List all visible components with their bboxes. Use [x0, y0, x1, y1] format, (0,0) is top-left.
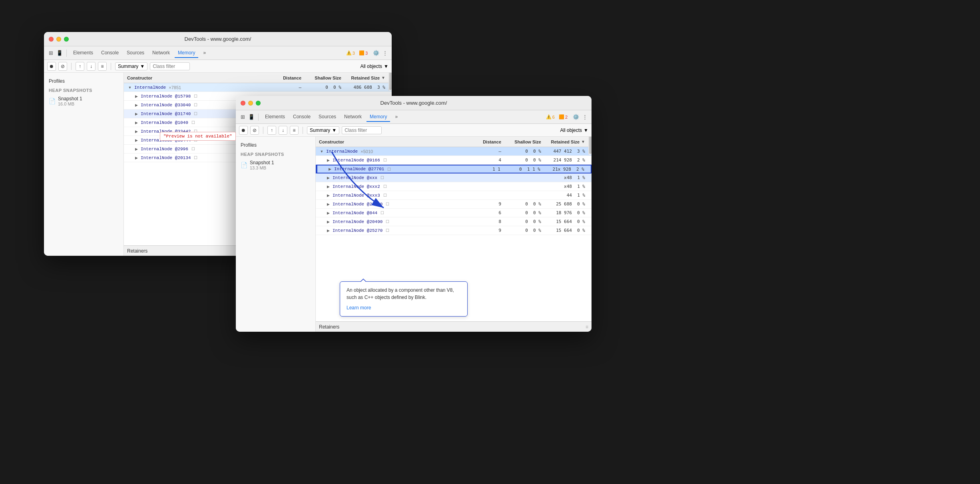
table-header-back: Constructor Distance Shallow Size Retain… — [124, 73, 392, 83]
sidebar-snapshot-back[interactable]: 📄 Snapshot 1 16.0 MB — [44, 94, 123, 108]
tab-elements-front[interactable]: Elements — [262, 112, 288, 122]
tab-memory-front[interactable]: Memory — [367, 112, 390, 122]
header-retained-back: Retained Size ▼ — [345, 76, 388, 80]
table-row-parent-back[interactable]: ▼ InternalNode ×7851 – 0 0 % 486 608 3 % — [124, 83, 392, 92]
table-container-front: Constructor Distance Shallow Size Retain… — [316, 137, 592, 332]
table-row-front-c1[interactable]: ▶ InternalNode @9166 ☐ 4 0 0 % 214 928 2… — [316, 156, 592, 165]
header-shallow-front: Shallow Size — [504, 139, 544, 144]
all-objects-arrow-back: ▼ — [384, 64, 388, 69]
table-row-front-c5[interactable]: ▶ InternalNode @xxx3 ☐ 44 1 % — [316, 191, 592, 200]
learn-more-link[interactable]: Learn more — [347, 305, 371, 311]
tab-more-back[interactable]: » — [200, 48, 209, 58]
settings-icon-front[interactable]: ⚙️ — [572, 114, 580, 121]
tab-network-front[interactable]: Network — [341, 112, 365, 122]
expand-icon-child1-back[interactable]: ▶ — [133, 94, 139, 99]
device-icon-front[interactable]: 📱 — [248, 114, 255, 121]
dropdown-arrow-front: ▼ — [332, 127, 337, 133]
sidebar-snapshot-front[interactable]: 📄 Snapshot 1 13.3 MB — [236, 158, 315, 172]
settings-icon-back[interactable]: ⚙️ — [372, 50, 380, 57]
all-objects-dropdown-front[interactable]: All objects ▼ — [560, 127, 588, 133]
table-row-parent-front[interactable]: ▼ InternalNode ×5010 – 0 0 % 447 412 3 % — [316, 147, 592, 156]
all-objects-dropdown-back[interactable]: All objects ▼ — [360, 64, 388, 69]
summary-dropdown-back[interactable]: Summary ▼ — [115, 62, 147, 70]
table-row-front-c6[interactable]: ▶ InternalNode @20850 ☐ 9 0 0 % 25 608 0… — [316, 200, 592, 209]
close-button[interactable] — [49, 37, 54, 42]
summary-icon-front[interactable]: ≡ — [290, 126, 299, 135]
window-title-back: DevTools - www.google.com/ — [185, 36, 251, 42]
sidebar-heap-header-back: HEAP SNAPSHOTS — [44, 86, 123, 94]
tab-sources-back[interactable]: Sources — [123, 48, 147, 58]
tab-network-back[interactable]: Network — [149, 48, 173, 58]
sep-mem — [71, 63, 72, 70]
more-icon-front[interactable]: ⋮ — [581, 114, 588, 121]
tab-more-front[interactable]: » — [392, 112, 401, 122]
upload-button-front[interactable]: ↑ — [267, 126, 276, 135]
class-filter-front[interactable] — [342, 126, 382, 134]
traffic-lights-back — [49, 37, 69, 42]
table-row-front-c7[interactable]: ▶ InternalNode @844 ☐ 6 0 0 % 18 976 0 % — [316, 209, 592, 217]
constructor-text-back: InternalNode — [134, 85, 166, 90]
snapshot-size-back: 16.0 MB — [58, 102, 82, 106]
dropdown-arrow-back: ▼ — [140, 64, 145, 69]
summary-label-front: Summary — [310, 127, 330, 133]
expand-icon-back[interactable]: ▼ — [127, 85, 133, 90]
class-filter-back[interactable] — [150, 62, 190, 70]
minimize-button[interactable] — [56, 37, 61, 42]
maximize-button-front[interactable] — [256, 101, 261, 106]
header-constructor-back: Constructor — [124, 76, 273, 80]
download-button-back[interactable]: ↓ — [87, 62, 96, 71]
table-row-front-c8[interactable]: ▶ InternalNode @20490 ☐ 8 0 0 % 15 664 0… — [316, 217, 592, 226]
sidebar-back: Profiles HEAP SNAPSHOTS 📄 Snapshot 1 16.… — [44, 73, 124, 256]
window-title-front: DevTools - www.google.com/ — [380, 100, 447, 106]
retainers-label-front: Retainers — [319, 324, 339, 330]
clear-button-back[interactable]: ⊘ — [58, 62, 67, 71]
devtools-tabbar-back: ⊞ 📱 Elements Console Sources Network Mem… — [44, 46, 392, 60]
clear-button-front[interactable]: ⊘ — [250, 126, 259, 135]
table-header-front: Constructor Distance Shallow Size Retain… — [316, 137, 592, 147]
record-button-back[interactable]: ⏺ — [47, 62, 56, 71]
constructor-text-child1-back: InternalNode @15798 — [141, 94, 191, 99]
minimize-button-front[interactable] — [248, 101, 253, 106]
all-objects-label-front: All objects — [560, 127, 582, 133]
inspector-icon[interactable]: ⊞ — [47, 50, 54, 57]
expand-icon-parent-front[interactable]: ▼ — [319, 149, 325, 154]
sidebar-front: Profiles HEAP SNAPSHOTS 📄 Snapshot 1 13.… — [236, 137, 316, 332]
sep1 — [66, 50, 67, 57]
row-retained-back: 486 608 3 % — [345, 85, 388, 90]
inspector-icon-front[interactable]: ⊞ — [239, 114, 246, 121]
scrollbar-front[interactable] — [588, 137, 592, 155]
all-objects-label-back: All objects — [360, 64, 382, 69]
summary-icon-back[interactable]: ≡ — [98, 62, 107, 71]
table-row-front-c3[interactable]: ▶ InternalNode @xxx ☐ x48 1 % — [316, 173, 592, 182]
header-distance-back: Distance — [273, 76, 305, 80]
retainers-scroll-icon: ≡ — [586, 324, 588, 330]
more-icon-back[interactable]: ⋮ — [381, 50, 388, 57]
row-distance-back: – — [273, 85, 305, 90]
err-badge-back: 🟧 3 — [359, 50, 368, 56]
tab-memory-back[interactable]: Memory — [175, 48, 198, 58]
maximize-button[interactable] — [64, 37, 69, 42]
scrollbar-back[interactable] — [388, 73, 392, 91]
row-constructor-back: ▼ InternalNode ×7851 — [124, 85, 273, 90]
sidebar-profiles-front: Profiles — [236, 140, 315, 150]
traffic-lights-front — [241, 101, 261, 106]
download-button-front[interactable]: ↓ — [279, 126, 287, 135]
err-badge-front: 🟧 2 — [559, 114, 568, 120]
upload-button-back[interactable]: ↑ — [76, 62, 84, 71]
snapshot-info-front: Snapshot 1 13.3 MB — [250, 160, 274, 170]
tab-sources-front[interactable]: Sources — [315, 112, 339, 122]
table-row-front-c2[interactable]: ▶ InternalNode @27701 ☐ 1 1 0 1 1 % 21x … — [316, 165, 592, 173]
record-button-front[interactable]: ⏺ — [239, 126, 248, 135]
memory-toolbar-front: ⏺ ⊘ ↑ ↓ ≡ Summary ▼ All objects ▼ — [236, 124, 592, 137]
device-icon[interactable]: 📱 — [56, 50, 63, 57]
close-button-front[interactable] — [241, 101, 245, 106]
preview-not-available-label: "Preview is not available" — [160, 132, 236, 141]
tab-elements-back[interactable]: Elements — [70, 48, 96, 58]
summary-dropdown-front[interactable]: Summary ▼ — [307, 126, 339, 134]
table-row-front-c4[interactable]: ▶ InternalNode @xxx2 ☐ x48 1 % — [316, 182, 592, 191]
tab-console-front[interactable]: Console — [290, 112, 314, 122]
table-row-front-c9[interactable]: ▶ InternalNode @25270 ☐ 9 0 0 % 15 664 0… — [316, 226, 592, 235]
devtools-content-front: Profiles HEAP SNAPSHOTS 📄 Snapshot 1 13.… — [236, 137, 592, 332]
scrollbar-thumb-front — [589, 137, 592, 154]
tab-console-back[interactable]: Console — [98, 48, 122, 58]
